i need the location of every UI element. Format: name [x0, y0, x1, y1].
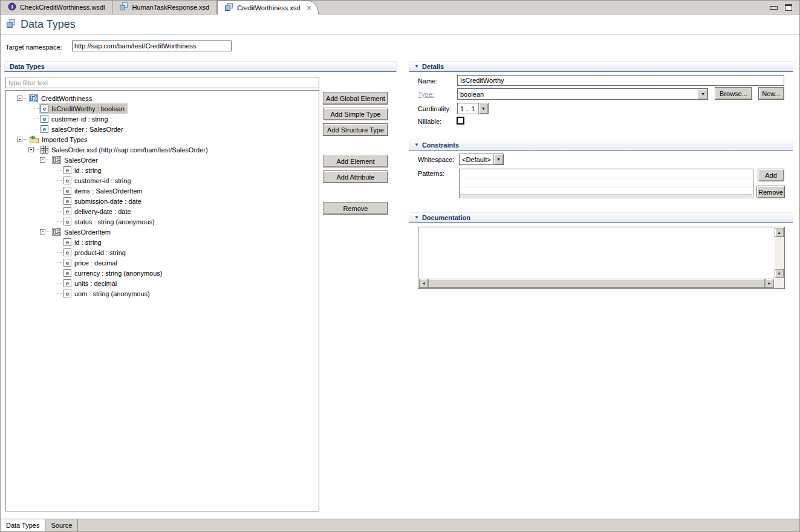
tree-item[interactable]: Imported Types [6, 134, 319, 144]
horizontal-scrollbar[interactable]: ◄ ► [419, 279, 774, 288]
tab-creditworthiness-xsd[interactable]: CreditWorthiness.xsd ✕ [217, 1, 319, 15]
nillable-checkbox[interactable] [457, 117, 464, 125]
chevron-down-icon[interactable]: ▼ [698, 89, 707, 99]
tree-expander-icon[interactable] [40, 157, 45, 163]
tree-item[interactable]: eproduct-id : string [6, 247, 319, 258]
add-structure-type-button[interactable]: Add Structure Type [323, 123, 388, 136]
tree-item-label: items : SalesOrderItem [74, 187, 144, 195]
tree-item[interactable]: SalesOrder.xsd (http://sap.com/bam/test/… [6, 144, 319, 155]
section-title: Data Types [10, 63, 45, 70]
tree-item[interactable]: CreditWorthiness [6, 93, 319, 103]
scroll-down-icon[interactable]: ▼ [775, 269, 784, 278]
tree-item[interactable]: eid : string [6, 237, 319, 247]
tree-guide-line [57, 262, 62, 263]
chevron-down-icon[interactable]: ▼ [493, 154, 503, 164]
tree-item-label: Imported Types [42, 136, 89, 143]
patterns-label: Patterns: [418, 170, 444, 177]
remove-pattern-button[interactable]: Remove [756, 186, 785, 198]
tree-item[interactable]: ecustomer-id : string [6, 114, 319, 124]
tree-item[interactable]: SalesOrder [6, 155, 319, 165]
complextype-gray-icon [52, 228, 61, 236]
data-types-tree[interactable]: CreditWorthinesseIsCreditWorthy : boolea… [5, 90, 319, 511]
tab-checkcreditworthiness-wsdl[interactable]: I CheckCreditWorthiness.wsdl [1, 1, 112, 14]
tree-item-label: customer-id : string [74, 177, 133, 184]
tree-guide-line [57, 293, 62, 294]
tree-guide-line [57, 283, 62, 284]
collapse-triangle-icon[interactable]: ▼ [414, 143, 419, 148]
browse-type-button[interactable]: Browse... [715, 87, 752, 100]
scrollbar-thumb[interactable] [428, 279, 765, 288]
tree-expander-icon[interactable] [28, 147, 34, 152]
add-attribute-button[interactable]: Add Attribute [323, 170, 388, 183]
tree-item[interactable]: eitems : SalesOrderItem [6, 186, 319, 196]
collapse-triangle-icon[interactable]: ▼ [414, 215, 419, 220]
target-namespace-input[interactable] [72, 41, 232, 51]
documentation-section-header: ▼ Documentation [409, 212, 793, 223]
tab-source[interactable]: Source [45, 519, 78, 531]
tree-item-label: uom : string (anonymous) [74, 290, 152, 297]
maximize-icon[interactable] [785, 4, 792, 11]
tree-expander-icon[interactable] [17, 137, 22, 142]
minimize-icon[interactable] [770, 6, 778, 10]
tree-guide-line [57, 180, 62, 181]
tree-guide-line [57, 211, 62, 212]
tree-item[interactable]: estatus : string (anonymous) [6, 216, 319, 227]
svg-text:e: e [43, 106, 47, 112]
type-link-label[interactable]: Type: [418, 91, 434, 98]
tree-item[interactable]: eunits : decimal [6, 278, 319, 288]
scroll-up-icon[interactable]: ▲ [775, 228, 784, 237]
tree-item[interactable]: ecurrency : string (anonymous) [6, 268, 319, 278]
tree-item[interactable]: eIsCreditWorthy : boolean [6, 103, 319, 114]
target-namespace-label: Target namespace: [5, 44, 62, 51]
scroll-right-icon[interactable]: ► [765, 279, 774, 288]
element-gray-icon: e [63, 218, 71, 225]
new-type-button[interactable]: New... [758, 87, 784, 100]
tree-item[interactable]: edelivery-date : date [6, 206, 319, 216]
tree-item[interactable]: eprice : decimal [6, 258, 319, 268]
tree-expander-icon[interactable] [40, 229, 45, 235]
tree-item[interactable]: ecustomer-id : string [6, 175, 319, 186]
whitespace-combobox[interactable]: <Default> ▼ [459, 154, 504, 165]
tree-item[interactable]: euom : string (anonymous) [6, 288, 319, 299]
tree-item[interactable]: eid : string [6, 165, 319, 175]
add-pattern-button[interactable]: Add [758, 169, 784, 181]
element-gray-icon: e [63, 197, 71, 205]
documentation-box: ▲ ▼ ◄ ► [418, 227, 785, 289]
cardinality-combobox[interactable]: 1 .. 1 ▼ [457, 103, 489, 114]
tree-guide-line [23, 139, 27, 140]
tree-item[interactable]: esubmission-date : date [6, 196, 319, 206]
tree-item-label: price : decimal [74, 259, 119, 267]
patterns-list[interactable] [459, 169, 753, 198]
scroll-left-icon[interactable]: ◄ [419, 279, 428, 288]
collapse-triangle-icon[interactable]: ▼ [414, 64, 419, 69]
add-element-button[interactable]: Add Element [323, 155, 388, 167]
tab-label: CreditWorthiness.xsd [237, 4, 300, 11]
vertical-scrollbar[interactable]: ▲ ▼ [775, 228, 784, 278]
element-gray-icon: e [63, 238, 71, 246]
documentation-textarea[interactable] [420, 229, 773, 277]
type-filter-input[interactable] [5, 77, 319, 88]
tree-expander-icon[interactable] [17, 96, 22, 101]
name-input[interactable] [457, 75, 784, 86]
tree-item[interactable]: esalesOrder : SalesOrder [6, 124, 319, 134]
svg-text:e: e [66, 291, 70, 297]
tree-guide-line [34, 129, 39, 129]
svg-text:e: e [66, 178, 70, 184]
add-simple-type-button[interactable]: Add Simple Type [323, 108, 388, 120]
close-icon[interactable]: ✕ [307, 4, 312, 12]
tree-item[interactable]: SalesOrderItem [6, 227, 319, 237]
element-blue-icon: e [41, 115, 48, 123]
add-global-element-button[interactable]: Add Global Element [323, 92, 388, 105]
patterns-hscrollbar[interactable] [460, 194, 752, 197]
chevron-down-icon[interactable]: ▼ [478, 103, 488, 114]
tab-humantaskresponse-xsd[interactable]: HumanTaskResponse.xsd [112, 1, 217, 14]
editor-tab-strip: I CheckCreditWorthiness.wsdl HumanTaskRe… [1, 1, 799, 15]
tree-item-label: CreditWorthiness [41, 95, 94, 102]
section-title: Constraints [422, 141, 459, 149]
type-combobox[interactable]: boolean ▼ [457, 88, 708, 100]
tab-data-types[interactable]: Data Types [1, 519, 45, 531]
cardinality-value: 1 .. 1 [458, 105, 478, 112]
remove-tree-item-button[interactable]: Remove [323, 202, 388, 215]
element-gray-icon: e [63, 207, 71, 215]
xsd-file-icon [225, 3, 233, 13]
